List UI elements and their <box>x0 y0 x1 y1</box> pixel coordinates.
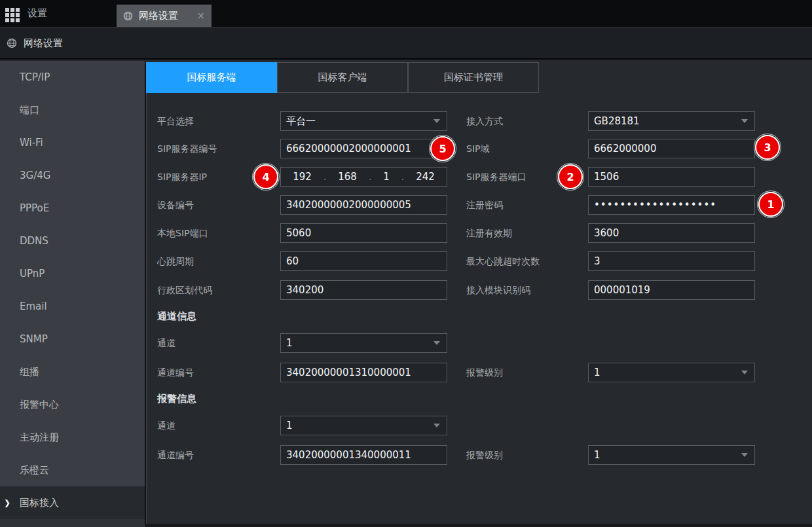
sip-server-ip-input[interactable]: 192 . 168 . 1 . 242 <box>280 167 447 187</box>
access-mode-select[interactable]: GB28181 <box>588 111 755 131</box>
tab-gb-client[interactable]: 国标客户端 <box>277 62 408 93</box>
tab-network-settings-label: 网络设置 <box>139 10 178 22</box>
sidebar-item-port[interactable]: 端口 <box>0 94 145 126</box>
admin-region-code-input[interactable] <box>280 280 447 300</box>
channel-label: 通道 <box>157 333 175 353</box>
local-sip-port-input[interactable] <box>280 223 447 243</box>
chevron-down-icon <box>741 371 748 374</box>
sidebar-item-lechange-cloud[interactable]: 乐橙云 <box>0 454 145 486</box>
admin-region-code-label: 行政区划代码 <box>157 280 212 300</box>
sidebar-item-tcp-ip[interactable]: TCP/IP <box>0 61 145 94</box>
top-bar: 设置 网络设置 × <box>0 0 812 27</box>
sidebar-item-email[interactable]: Email <box>0 290 145 323</box>
sidebar-item-upnp[interactable]: UPnP <box>0 257 145 290</box>
page-header: 网络设置 <box>0 27 812 60</box>
access-module-id-input[interactable] <box>588 280 755 300</box>
app-window: 设置 网络设置 × 网络设置 TCP/IP 端口 Wi-Fi 3G/ <box>0 0 812 527</box>
channel-select-value: 1 <box>286 337 293 349</box>
chevron-down-icon <box>741 119 748 123</box>
alarm-level-select-value: 1 <box>594 367 600 378</box>
alarm-level-label-2: 报警级别 <box>466 445 503 465</box>
sidebar-item-ddns[interactable]: DDNS <box>0 225 145 257</box>
device-id-label: 设备编号 <box>157 195 194 215</box>
alarm-channel-select-value: 1 <box>286 420 293 431</box>
sidebar-item-gb-access-label: 国标接入 <box>20 497 59 509</box>
sidebar: TCP/IP 端口 Wi-Fi 3G/4G PPPoE DDNS UPnP Em… <box>0 61 145 527</box>
chevron-down-icon <box>434 119 440 123</box>
register-password-label: 注册密码 <box>466 195 503 215</box>
channel-select[interactable]: 1 <box>280 333 447 353</box>
chevron-right-icon: ❯ <box>4 486 10 519</box>
sidebar-item-wifi[interactable]: Wi-Fi <box>0 126 145 159</box>
sidebar-item-alarm-center[interactable]: 报警中心 <box>0 388 145 421</box>
register-valid-period-input[interactable] <box>588 223 755 243</box>
alarm-channel-id-label: 通道编号 <box>157 445 194 465</box>
max-heartbeat-timeouts-label: 最大心跳超时次数 <box>466 251 540 271</box>
callout-badge-1: 1 <box>758 192 783 217</box>
callout-badge-2: 2 <box>558 164 583 189</box>
register-valid-period-label: 注册有效期 <box>466 223 512 243</box>
sip-domain-label: SIP域 <box>466 139 489 158</box>
sip-server-id-label: SIP服务器编号 <box>157 139 217 158</box>
sip-server-id-input[interactable] <box>280 139 447 158</box>
globe-icon <box>7 38 17 48</box>
sidebar-item-auto-register[interactable]: 主动注册 <box>0 421 145 454</box>
sidebar-item-partial <box>0 519 145 527</box>
access-mode-label: 接入方式 <box>466 111 503 131</box>
ip-octet-4: 242 <box>416 171 435 183</box>
register-password-input[interactable] <box>588 195 755 215</box>
chevron-down-icon <box>434 341 440 345</box>
content-edge-line <box>146 61 147 527</box>
channel-id-label: 通道编号 <box>157 363 194 382</box>
alarm-channel-label: 通道 <box>157 416 175 435</box>
ip-dot: . <box>369 172 371 182</box>
chevron-down-icon <box>434 424 440 427</box>
ip-dot: . <box>401 172 404 182</box>
sidebar-item-multicast[interactable]: 组播 <box>0 355 145 388</box>
alarm-level-select-2[interactable]: 1 <box>588 445 755 465</box>
sip-server-ip-label: SIP服务器IP <box>157 167 207 187</box>
alarm-channel-id-input[interactable] <box>280 445 447 465</box>
callout-badge-3: 3 <box>755 135 780 160</box>
heartbeat-period-input[interactable] <box>280 251 447 271</box>
ip-octet-2: 168 <box>338 171 357 183</box>
local-sip-port-label: 本地SIP端口 <box>157 223 208 243</box>
alarm-info-title: 报警信息 <box>157 392 196 405</box>
device-id-input[interactable] <box>280 195 447 215</box>
tab-gb-server[interactable]: 国标服务端 <box>146 62 277 93</box>
platform-select-value: 平台一 <box>286 115 316 128</box>
alarm-level-select-2-value: 1 <box>594 449 600 461</box>
globe-icon <box>123 11 133 21</box>
close-icon[interactable]: × <box>196 10 205 22</box>
chevron-down-icon <box>741 453 748 457</box>
sip-server-port-label: SIP服务器端口 <box>466 167 526 187</box>
sidebar-item-3g4g[interactable]: 3G/4G <box>0 159 145 192</box>
callout-badge-4: 4 <box>253 164 278 189</box>
platform-label: 平台选择 <box>157 111 194 131</box>
tab-network-settings[interactable]: 网络设置 × <box>117 5 212 27</box>
tab-gb-cert-management[interactable]: 国标证书管理 <box>408 62 539 93</box>
ip-octet-1: 192 <box>293 171 312 183</box>
channel-info-title: 通道信息 <box>157 310 196 323</box>
sidebar-item-pppoe[interactable]: PPPoE <box>0 192 145 225</box>
sidebar-item-snmp[interactable]: SNMP <box>0 323 145 355</box>
alarm-level-label: 报警级别 <box>466 363 503 382</box>
sidebar-item-gb-access[interactable]: ❯ 国标接入 <box>0 486 145 519</box>
sip-server-port-input[interactable] <box>588 167 755 187</box>
platform-select[interactable]: 平台一 <box>280 111 447 131</box>
ip-octet-3: 1 <box>383 171 390 183</box>
ip-dot: . <box>323 172 326 182</box>
max-heartbeat-timeouts-input[interactable] <box>588 251 755 271</box>
menu-grid-icon[interactable] <box>5 8 20 22</box>
alarm-channel-select[interactable]: 1 <box>280 416 447 435</box>
tab-settings[interactable]: 设置 <box>28 0 47 27</box>
callout-badge-5: 5 <box>430 136 455 161</box>
window-bottom-edge <box>145 524 812 527</box>
access-module-id-label: 接入模块识别码 <box>466 280 530 300</box>
access-mode-select-value: GB28181 <box>594 115 640 127</box>
heartbeat-period-label: 心跳周期 <box>157 251 194 271</box>
page-title: 网络设置 <box>24 27 63 59</box>
sip-domain-input[interactable] <box>588 139 755 158</box>
alarm-level-select[interactable]: 1 <box>588 363 755 382</box>
channel-id-input[interactable] <box>280 363 447 382</box>
